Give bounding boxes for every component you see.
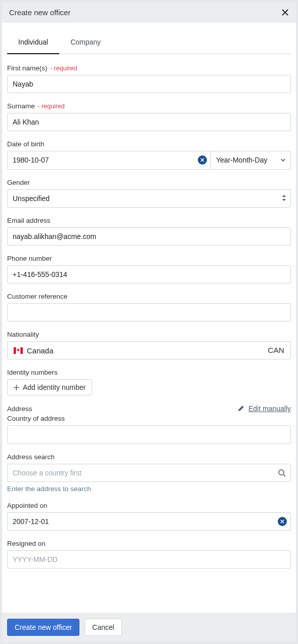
close-icon (281, 9, 289, 16)
field-identity: Identity numbers Add identity number (7, 369, 291, 395)
clear-icon (280, 519, 284, 524)
field-country-address: Country of address (7, 415, 291, 444)
tab-individual[interactable]: Individual (7, 32, 59, 54)
add-identity-label: Add identity number (23, 383, 86, 391)
dob-format-value: Year-Month-Day (216, 156, 267, 164)
country-address-label: Country of address (7, 415, 291, 422)
field-dob: Date of birth Year-Month-Day (7, 140, 291, 169)
plus-icon (13, 384, 20, 391)
tab-company[interactable]: Company (59, 32, 112, 54)
modal-header: Create new officer (2, 2, 296, 23)
field-email: Email address (7, 217, 291, 246)
appointed-input[interactable] (7, 512, 291, 531)
resigned-label: Resigned on (7, 540, 291, 547)
svg-rect-1 (14, 347, 16, 354)
modal-title: Create new officer (9, 8, 70, 17)
phone-input[interactable] (7, 265, 291, 284)
cancel-button[interactable]: Cancel (84, 619, 122, 636)
search-icon (278, 469, 286, 477)
field-address-search: Address search Enter the address to sear… (7, 453, 291, 493)
pencil-icon (237, 405, 244, 412)
surname-label-text: Surname (7, 102, 35, 110)
resigned-input[interactable] (7, 550, 291, 569)
first-name-label-text: First name(s) (7, 64, 48, 72)
dob-label: Date of birth (7, 140, 291, 148)
address-label: Address (7, 405, 32, 413)
modal-body: Individual Company First name(s) - requi… (2, 23, 296, 613)
dob-input[interactable] (7, 151, 211, 169)
field-surname: Surname - required (7, 102, 291, 131)
field-gender: Gender Unspecified (7, 179, 291, 208)
phone-label: Phone number (7, 255, 291, 262)
field-resigned: Resigned on (7, 540, 291, 569)
address-section-header: Address Edit manually (7, 405, 291, 413)
create-officer-button[interactable]: Create new officer (7, 619, 79, 636)
first-name-input[interactable] (7, 75, 291, 93)
field-customer-ref: Customer reference (7, 293, 291, 321)
field-nationality: Nationality Canada CAN (7, 331, 291, 359)
nationality-label: Nationality (7, 331, 291, 338)
tabs: Individual Company (7, 32, 291, 54)
nationality-select[interactable]: Canada CAN (7, 341, 291, 359)
address-search-input[interactable] (7, 464, 291, 482)
required-tag: - required (36, 103, 65, 110)
close-button[interactable] (281, 9, 289, 16)
first-name-label: First name(s) - required (7, 64, 291, 72)
svg-point-3 (279, 470, 284, 475)
field-appointed: Appointed on (7, 502, 291, 531)
edit-manually-text: Edit manually (248, 405, 291, 413)
field-first-name: First name(s) - required (7, 64, 291, 93)
required-tag: - required (49, 65, 77, 72)
appointed-label: Appointed on (7, 502, 291, 509)
gender-select[interactable]: Unspecified (7, 189, 291, 208)
email-input[interactable] (7, 227, 291, 246)
nationality-name: Canada (27, 346, 54, 355)
dob-format-select[interactable]: Year-Month-Day (211, 151, 291, 169)
country-address-input[interactable] (7, 425, 291, 444)
add-identity-button[interactable]: Add identity number (7, 379, 92, 395)
address-help-text: Enter the address to search (7, 485, 291, 493)
svg-rect-2 (21, 347, 23, 354)
surname-input[interactable] (7, 113, 291, 131)
surname-label: Surname - required (7, 102, 291, 110)
clear-icon (200, 158, 204, 162)
gender-label: Gender (7, 179, 291, 186)
nationality-code: CAN (268, 346, 284, 355)
address-search-label: Address search (7, 453, 291, 461)
modal-footer: Create new officer Cancel (2, 613, 296, 642)
identity-label: Identity numbers (7, 369, 291, 376)
appointed-clear-button[interactable] (278, 517, 287, 526)
customer-ref-label: Customer reference (7, 293, 291, 300)
dob-clear-button[interactable] (198, 155, 207, 165)
edit-manually-link[interactable]: Edit manually (237, 405, 291, 413)
customer-ref-input[interactable] (7, 303, 291, 321)
email-label: Email address (7, 217, 291, 224)
canada-flag-icon (14, 347, 23, 354)
field-phone: Phone number (7, 255, 291, 284)
